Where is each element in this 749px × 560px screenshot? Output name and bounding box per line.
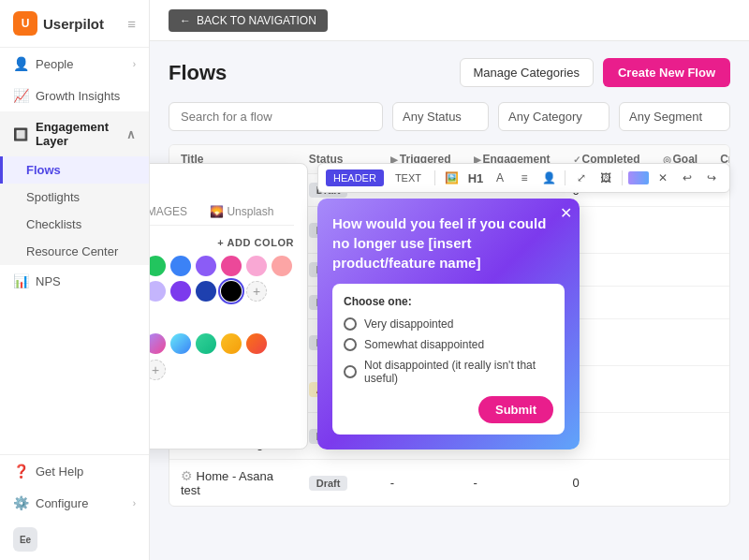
- sidebar-item-resource-center[interactable]: Resource Center: [0, 238, 149, 265]
- tab-header[interactable]: HEADER: [326, 169, 384, 186]
- manage-categories-button[interactable]: Manage Categories: [460, 58, 594, 87]
- gradient-swatch[interactable]: [196, 333, 216, 354]
- survey-option-1[interactable]: Very disappointed: [344, 317, 553, 331]
- toolbar-expand-icon[interactable]: ⤢: [571, 168, 592, 188]
- logo-icon: U: [13, 11, 37, 36]
- chevron-right-icon: ›: [133, 498, 136, 508]
- color-swatch[interactable]: [150, 256, 166, 276]
- sidebar-collapse-button[interactable]: ≡: [127, 16, 136, 32]
- category-filter[interactable]: Any Category: [498, 102, 609, 131]
- toolbar-close-icon[interactable]: ✕: [653, 168, 673, 188]
- picker-tabs: COLOR IMAGES 🌄 Unsplash: [150, 200, 294, 226]
- gradient-swatch[interactable]: [246, 333, 267, 354]
- avatar: Ee: [13, 527, 37, 552]
- gradient-color-grid: [150, 333, 294, 354]
- status-filter[interactable]: Any Status: [392, 102, 489, 131]
- gradient-swatch[interactable]: [170, 333, 191, 354]
- page-header: Flows Manage Categories Create New Flow: [169, 58, 730, 87]
- color-swatch[interactable]: [170, 281, 191, 302]
- logo-text: Userpilot: [43, 16, 104, 32]
- color-swatch[interactable]: [246, 256, 267, 276]
- add-color-button[interactable]: + ADD COLOR: [217, 237, 294, 248]
- chevron-right-icon: ›: [133, 59, 136, 69]
- resource-center-label: Resource Center: [26, 244, 118, 258]
- submit-button[interactable]: Submit: [478, 396, 553, 423]
- solid-section-title: SOLID + ADD COLOR: [150, 237, 294, 248]
- nps-icon: 📊: [13, 273, 28, 288]
- segment-filter[interactable]: Any Segment: [619, 102, 730, 131]
- sidebar-item-label: NPS: [36, 274, 61, 288]
- color-swatch-selected[interactable]: [221, 281, 242, 302]
- unsplash-icon: 🌄: [210, 205, 227, 218]
- survey-option-2[interactable]: Somewhat disappointed: [344, 338, 553, 351]
- tab-images[interactable]: IMAGES: [150, 200, 198, 225]
- toolbar-user-icon[interactable]: 👤: [538, 168, 559, 188]
- top-bar: ← BACK TO NAVIGATION: [150, 0, 749, 41]
- cell-title: ⚙ Home - Asana test: [169, 460, 298, 507]
- toolbar-align-icon[interactable]: ≡: [514, 168, 535, 188]
- spotlights-label: Spotlights: [26, 190, 80, 204]
- checklists-label: Checklists: [26, 217, 81, 231]
- toolbar-h1-button[interactable]: H1: [465, 168, 486, 188]
- survey-close-button[interactable]: ✕: [560, 206, 572, 221]
- growth-icon: 📈: [13, 88, 28, 103]
- sidebar-item-configure[interactable]: ⚙️ Configure ›: [0, 487, 149, 519]
- gear-icon[interactable]: ⚙: [181, 468, 193, 483]
- people-icon: 👤: [13, 56, 28, 71]
- back-navigation-button[interactable]: ← BACK TO NAVIGATION: [169, 9, 328, 32]
- page-content: Flows Manage Categories Create New Flow …: [150, 41, 749, 560]
- sidebar-item-label: People: [36, 57, 73, 71]
- toolbar-color-button[interactable]: [628, 171, 649, 184]
- toolbar-undo-icon[interactable]: ↩: [677, 168, 698, 188]
- search-input[interactable]: [169, 102, 383, 131]
- sidebar-item-get-help[interactable]: ❓ Get Help: [0, 455, 149, 487]
- toolbar-image-icon[interactable]: 🖼️: [441, 168, 462, 188]
- sidebar-item-flows[interactable]: Flows: [0, 156, 149, 184]
- survey-option-text-2: Somewhat disappointed: [364, 338, 484, 351]
- sidebar: U Userpilot ≡ 👤 People › 📈 Growth Insigh…: [0, 0, 150, 560]
- color-swatch[interactable]: [196, 256, 216, 276]
- toolbar-redo-icon[interactable]: ↪: [701, 168, 722, 188]
- survey-option-text-1: Very disappointed: [364, 317, 453, 331]
- sidebar-item-label: Engagement Layer: [36, 120, 119, 148]
- survey-option-3[interactable]: Not disappointed (it really isn't that u…: [344, 359, 553, 385]
- survey-inner: Choose one: Very disappointed Somewhat d…: [332, 284, 565, 435]
- chevron-up-icon: ∧: [126, 127, 136, 141]
- gradient-swatch[interactable]: [150, 333, 166, 354]
- survey-radio-1[interactable]: [344, 317, 357, 331]
- toolbar-separator-2: [565, 170, 565, 185]
- add-gradient-button[interactable]: +: [150, 360, 166, 380]
- cell-goal: [652, 460, 710, 507]
- survey-question: How would you feel if you could no longe…: [332, 214, 565, 273]
- toolbar-font-icon[interactable]: A: [490, 168, 510, 188]
- sidebar-item-checklists[interactable]: Checklists: [0, 211, 149, 238]
- add-custom-color-button[interactable]: +: [246, 281, 267, 302]
- gradient-swatch[interactable]: [221, 333, 242, 354]
- cell-triggered: -: [379, 460, 463, 507]
- toolbar-separator: [434, 170, 435, 185]
- create-new-flow-button[interactable]: Create New Flow: [603, 58, 730, 87]
- color-swatch[interactable]: [196, 281, 216, 302]
- cell-created: [709, 460, 730, 507]
- picker-title: Background: [150, 177, 294, 191]
- survey-radio-2[interactable]: [344, 338, 357, 351]
- color-swatch[interactable]: [272, 256, 292, 276]
- toolbar-photo-icon[interactable]: 🖼: [595, 168, 616, 188]
- sidebar-item-engagement[interactable]: 🔲 Engagement Layer ∧: [0, 111, 149, 156]
- color-swatch[interactable]: [170, 256, 191, 276]
- sidebar-item-spotlights[interactable]: Spotlights: [0, 184, 149, 211]
- sidebar-engagement-section: 🔲 Engagement Layer ∧ Flows Spotlights Ch…: [0, 111, 149, 265]
- color-swatch[interactable]: [221, 256, 242, 276]
- main-content: ← BACK TO NAVIGATION Flows Manage Catego…: [150, 0, 749, 560]
- tab-unsplash[interactable]: 🌄 Unsplash: [198, 200, 285, 225]
- sidebar-item-people[interactable]: 👤 People ›: [0, 48, 149, 80]
- color-swatch[interactable]: [150, 281, 166, 302]
- survey-radio-3[interactable]: [344, 365, 357, 378]
- sidebar-item-nps[interactable]: 📊 NPS: [0, 265, 149, 297]
- configure-label: Configure: [36, 496, 88, 510]
- help-icon: ❓: [13, 464, 28, 479]
- tab-text[interactable]: TEXT: [388, 169, 429, 186]
- sidebar-item-growth[interactable]: 📈 Growth Insights: [0, 80, 149, 111]
- sidebar-avatar-section[interactable]: Ee: [0, 519, 149, 560]
- sidebar-logo: U Userpilot ≡: [0, 0, 149, 48]
